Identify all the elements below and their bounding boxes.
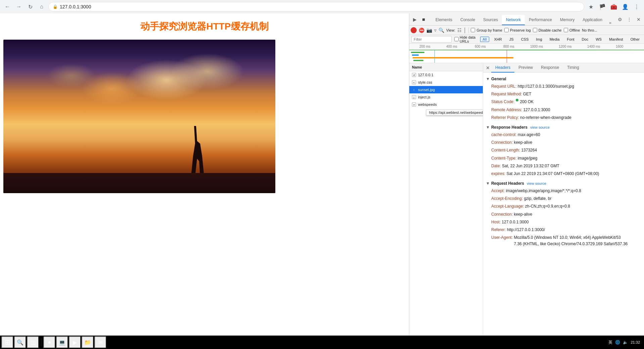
taskbar: ⊞ 🔍 ◫ ● 💻 ▶ 📁 ✉ 英 🌐 🔈 21:32 — [0, 336, 644, 349]
file-icon-xhr: x — [412, 102, 416, 106]
device-toolbar-icon[interactable]: ◾ — [419, 15, 427, 24]
timeline-bars — [409, 50, 644, 63]
volume-icon: 🔈 — [623, 340, 628, 345]
detail-tab-timing[interactable]: Timing — [563, 63, 583, 73]
response-headers-view-source[interactable]: view source — [530, 125, 550, 129]
hide-data-urls-label[interactable]: Hide data URLs — [454, 35, 477, 43]
close-devtools-icon[interactable]: ✕ — [635, 15, 643, 24]
tab-network[interactable]: Network — [502, 15, 525, 25]
file-item-webspeeds[interactable]: x webspeeds https://api.webtest.net/webs… — [409, 101, 483, 108]
back-button[interactable]: ← — [3, 2, 12, 11]
reload-button[interactable]: ↻ — [26, 2, 35, 11]
webpage: 动手探究浏览器HTTP缓存机制 — [0, 13, 409, 349]
filter-css-button[interactable]: CSS — [519, 37, 531, 42]
filter-doc-button[interactable]: Doc — [580, 37, 591, 42]
detail-close-button[interactable]: ✕ — [485, 64, 491, 71]
filter-all-button[interactable]: All — [480, 37, 489, 42]
request-headers-section-header[interactable]: ▼ Request Headers view source — [486, 180, 641, 187]
view-list-icon[interactable]: ☷ — [457, 28, 462, 33]
req-referer-row: Referer: http://127.0.0.1:3000/ — [486, 226, 641, 234]
mail-taskbar-button[interactable]: ✉ — [94, 336, 106, 348]
filter-ws-button[interactable]: WS — [593, 37, 604, 42]
menu-button[interactable]: ⋮ — [632, 2, 641, 11]
more-options-icon[interactable]: ⋮ — [625, 15, 633, 24]
req-accept-row: Accept: image/webp,image/apng,image/*,*/… — [486, 187, 641, 195]
filter-other-button[interactable]: Other — [628, 37, 642, 42]
filter-icon[interactable]: ▿ — [434, 28, 436, 33]
response-headers-section-header[interactable]: ▼ Response Headers view source — [486, 124, 641, 131]
filter-manifest-button[interactable]: Manifest — [607, 37, 626, 42]
offline-label[interactable]: Offline — [564, 28, 580, 32]
tab-sources[interactable]: Sources — [479, 15, 502, 25]
tick-600ms: 600 ms — [475, 45, 486, 48]
filter-img-button[interactable]: Img — [534, 37, 544, 42]
filter-media-button[interactable]: Media — [547, 37, 562, 42]
filter-font-button[interactable]: Font — [565, 37, 577, 42]
view-waterfall-icon[interactable]: │ — [464, 28, 467, 33]
tab-elements[interactable]: Elements — [431, 15, 456, 25]
record-button[interactable] — [411, 27, 417, 33]
taskbar-lang: 英 — [608, 340, 612, 345]
clear-log-icon[interactable]: ⛔ — [419, 28, 424, 33]
browser-chrome: ← → ↻ ⌂ 🔒 127.0.0.1:3000 ★ 🏴 🧰 👤 ⋮ — [0, 0, 644, 13]
resp-content-length-row: Content-Length: 1373264 — [486, 146, 641, 154]
response-headers-triangle: ▼ — [486, 125, 490, 130]
lock-icon: 🔒 — [53, 4, 58, 9]
bookmark-button[interactable]: ★ — [586, 2, 596, 11]
task-view-button[interactable]: ◫ — [27, 336, 39, 348]
search-icon[interactable]: 🔍 — [439, 28, 444, 33]
disable-cache-label[interactable]: Disable cache — [533, 28, 562, 32]
forward-button[interactable]: → — [14, 2, 24, 11]
resp-connection-row: Connection: keep-alive — [486, 139, 641, 146]
terminal-taskbar-button[interactable]: ▶ — [69, 336, 81, 348]
file-item-sunsetjpg[interactable]: i sunset.jpg — [409, 86, 483, 93]
preserve-log-checkbox[interactable] — [504, 28, 509, 32]
general-section-header[interactable]: ▼ General — [486, 75, 641, 83]
inspect-element-icon[interactable]: ▶ — [411, 15, 419, 24]
file-item-stylecss[interactable]: c style.css — [409, 79, 483, 86]
offline-checkbox[interactable] — [564, 28, 568, 32]
avatar-button[interactable]: 👤 — [620, 2, 630, 11]
settings-icon[interactable]: ⚙ — [616, 15, 624, 24]
detail-tab-preview[interactable]: Preview — [514, 63, 537, 73]
disable-cache-checkbox[interactable] — [533, 28, 537, 32]
general-triangle: ▼ — [486, 77, 490, 81]
request-headers-view-source[interactable]: view source — [527, 181, 546, 185]
detail-tab-headers[interactable]: Headers — [491, 63, 514, 73]
filter-js-button[interactable]: JS — [507, 37, 516, 42]
detail-tab-response[interactable]: Response — [537, 63, 563, 73]
group-by-frame-checkbox[interactable] — [471, 28, 475, 32]
home-button[interactable]: ⌂ — [37, 2, 46, 11]
no-throttling-text: No thro... — [582, 28, 597, 32]
vscode-taskbar-button[interactable]: 💻 — [56, 336, 68, 348]
preserve-log-label[interactable]: Preserve log — [504, 28, 531, 32]
extensions-button[interactable]: 🧰 — [609, 2, 618, 11]
file-item-injectjs[interactable]: j inject.js — [409, 93, 483, 101]
profile-button[interactable]: 🏴 — [598, 2, 607, 11]
chrome-taskbar-button[interactable]: ● — [43, 336, 55, 348]
character-silhouette — [188, 126, 208, 176]
file-item-127001[interactable]: d 127.0.0.1 — [409, 71, 483, 79]
devtools-tabs: Elements Console Sources Network Perform… — [430, 13, 616, 25]
network-icon: 🌐 — [615, 340, 620, 345]
tab-performance[interactable]: Performance — [525, 15, 556, 25]
group-by-frame-label[interactable]: Group by frame — [471, 28, 502, 32]
browser-toolbar: ← → ↻ ⌂ 🔒 127.0.0.1:3000 ★ 🏴 🧰 👤 ⋮ — [0, 0, 644, 13]
more-tabs-button[interactable]: » — [606, 20, 614, 25]
tab-memory[interactable]: Memory — [556, 15, 579, 25]
tab-application[interactable]: Application — [579, 15, 606, 25]
address-bar[interactable]: 🔒 127.0.0.1:3000 — [48, 2, 584, 11]
file-icon-css: c — [412, 80, 416, 84]
start-button[interactable]: ⊞ — [1, 336, 13, 348]
filter-input[interactable] — [411, 36, 452, 43]
explorer-taskbar-button[interactable]: 📁 — [82, 336, 94, 348]
tick-1200ms: 1200 ms — [559, 45, 571, 48]
tab-console[interactable]: Console — [456, 15, 479, 25]
capture-screenshots-icon[interactable]: 📷 — [426, 28, 432, 33]
timeline-top-line — [409, 50, 644, 50]
filter-xhr-button[interactable]: XHR — [492, 37, 504, 42]
resp-expires-row: expires: Sat Jun 22 2019 21:34:07 GMT+08… — [486, 170, 641, 178]
search-taskbar-button[interactable]: 🔍 — [14, 336, 26, 348]
tick-400ms: 400 ms — [446, 45, 457, 48]
hide-data-urls-checkbox[interactable] — [454, 37, 459, 41]
